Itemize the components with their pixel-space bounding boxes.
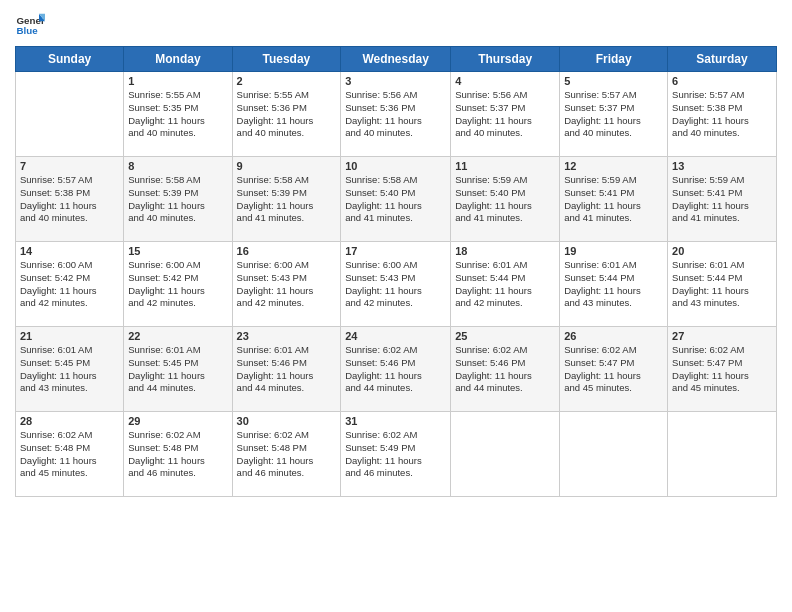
day-info: Sunrise: 6:02 AM Sunset: 5:46 PM Dayligh…	[455, 344, 555, 395]
calendar-cell: 23Sunrise: 6:01 AM Sunset: 5:46 PM Dayli…	[232, 327, 341, 412]
day-number: 4	[455, 75, 555, 87]
calendar-week-row: 1Sunrise: 5:55 AM Sunset: 5:35 PM Daylig…	[16, 72, 777, 157]
calendar-cell: 7Sunrise: 5:57 AM Sunset: 5:38 PM Daylig…	[16, 157, 124, 242]
calendar-cell: 16Sunrise: 6:00 AM Sunset: 5:43 PM Dayli…	[232, 242, 341, 327]
calendar-cell: 31Sunrise: 6:02 AM Sunset: 5:49 PM Dayli…	[341, 412, 451, 497]
svg-text:Blue: Blue	[17, 25, 39, 36]
calendar-cell: 27Sunrise: 6:02 AM Sunset: 5:47 PM Dayli…	[668, 327, 777, 412]
day-info: Sunrise: 5:56 AM Sunset: 5:36 PM Dayligh…	[345, 89, 446, 140]
day-number: 13	[672, 160, 772, 172]
day-number: 12	[564, 160, 663, 172]
calendar-cell: 17Sunrise: 6:00 AM Sunset: 5:43 PM Dayli…	[341, 242, 451, 327]
calendar-week-row: 7Sunrise: 5:57 AM Sunset: 5:38 PM Daylig…	[16, 157, 777, 242]
day-of-week-header: Friday	[560, 47, 668, 72]
day-number: 2	[237, 75, 337, 87]
day-info: Sunrise: 6:02 AM Sunset: 5:48 PM Dayligh…	[128, 429, 227, 480]
calendar-cell: 20Sunrise: 6:01 AM Sunset: 5:44 PM Dayli…	[668, 242, 777, 327]
day-info: Sunrise: 5:57 AM Sunset: 5:38 PM Dayligh…	[20, 174, 119, 225]
header: General Blue	[15, 10, 777, 40]
day-number: 5	[564, 75, 663, 87]
day-info: Sunrise: 5:58 AM Sunset: 5:40 PM Dayligh…	[345, 174, 446, 225]
day-of-week-header: Monday	[124, 47, 232, 72]
day-of-week-header: Tuesday	[232, 47, 341, 72]
day-number: 9	[237, 160, 337, 172]
day-info: Sunrise: 6:02 AM Sunset: 5:47 PM Dayligh…	[672, 344, 772, 395]
calendar-body: 1Sunrise: 5:55 AM Sunset: 5:35 PM Daylig…	[16, 72, 777, 497]
calendar-week-row: 28Sunrise: 6:02 AM Sunset: 5:48 PM Dayli…	[16, 412, 777, 497]
day-info: Sunrise: 5:58 AM Sunset: 5:39 PM Dayligh…	[237, 174, 337, 225]
day-number: 7	[20, 160, 119, 172]
day-number: 30	[237, 415, 337, 427]
day-number: 8	[128, 160, 227, 172]
calendar-table: SundayMondayTuesdayWednesdayThursdayFrid…	[15, 46, 777, 497]
day-number: 21	[20, 330, 119, 342]
calendar-cell: 13Sunrise: 5:59 AM Sunset: 5:41 PM Dayli…	[668, 157, 777, 242]
day-info: Sunrise: 5:58 AM Sunset: 5:39 PM Dayligh…	[128, 174, 227, 225]
calendar-cell	[560, 412, 668, 497]
day-info: Sunrise: 6:01 AM Sunset: 5:45 PM Dayligh…	[20, 344, 119, 395]
calendar-header-row: SundayMondayTuesdayWednesdayThursdayFrid…	[16, 47, 777, 72]
calendar-week-row: 21Sunrise: 6:01 AM Sunset: 5:45 PM Dayli…	[16, 327, 777, 412]
day-info: Sunrise: 6:02 AM Sunset: 5:48 PM Dayligh…	[237, 429, 337, 480]
calendar-cell	[16, 72, 124, 157]
day-number: 1	[128, 75, 227, 87]
day-of-week-header: Thursday	[451, 47, 560, 72]
day-info: Sunrise: 6:01 AM Sunset: 5:44 PM Dayligh…	[672, 259, 772, 310]
calendar-cell: 24Sunrise: 6:02 AM Sunset: 5:46 PM Dayli…	[341, 327, 451, 412]
calendar-cell: 18Sunrise: 6:01 AM Sunset: 5:44 PM Dayli…	[451, 242, 560, 327]
day-info: Sunrise: 6:01 AM Sunset: 5:44 PM Dayligh…	[564, 259, 663, 310]
day-number: 18	[455, 245, 555, 257]
calendar-cell: 28Sunrise: 6:02 AM Sunset: 5:48 PM Dayli…	[16, 412, 124, 497]
calendar-cell: 22Sunrise: 6:01 AM Sunset: 5:45 PM Dayli…	[124, 327, 232, 412]
day-number: 23	[237, 330, 337, 342]
calendar-week-row: 14Sunrise: 6:00 AM Sunset: 5:42 PM Dayli…	[16, 242, 777, 327]
day-info: Sunrise: 5:56 AM Sunset: 5:37 PM Dayligh…	[455, 89, 555, 140]
day-info: Sunrise: 6:01 AM Sunset: 5:46 PM Dayligh…	[237, 344, 337, 395]
calendar-cell: 29Sunrise: 6:02 AM Sunset: 5:48 PM Dayli…	[124, 412, 232, 497]
calendar-cell: 21Sunrise: 6:01 AM Sunset: 5:45 PM Dayli…	[16, 327, 124, 412]
day-info: Sunrise: 5:57 AM Sunset: 5:37 PM Dayligh…	[564, 89, 663, 140]
calendar-cell: 5Sunrise: 5:57 AM Sunset: 5:37 PM Daylig…	[560, 72, 668, 157]
calendar-cell: 10Sunrise: 5:58 AM Sunset: 5:40 PM Dayli…	[341, 157, 451, 242]
day-number: 3	[345, 75, 446, 87]
day-info: Sunrise: 5:59 AM Sunset: 5:41 PM Dayligh…	[672, 174, 772, 225]
day-number: 6	[672, 75, 772, 87]
day-info: Sunrise: 6:00 AM Sunset: 5:42 PM Dayligh…	[20, 259, 119, 310]
day-number: 25	[455, 330, 555, 342]
calendar-cell: 1Sunrise: 5:55 AM Sunset: 5:35 PM Daylig…	[124, 72, 232, 157]
calendar-cell: 12Sunrise: 5:59 AM Sunset: 5:41 PM Dayli…	[560, 157, 668, 242]
day-of-week-header: Saturday	[668, 47, 777, 72]
calendar-cell: 25Sunrise: 6:02 AM Sunset: 5:46 PM Dayli…	[451, 327, 560, 412]
day-number: 15	[128, 245, 227, 257]
day-info: Sunrise: 6:00 AM Sunset: 5:43 PM Dayligh…	[345, 259, 446, 310]
calendar-cell: 30Sunrise: 6:02 AM Sunset: 5:48 PM Dayli…	[232, 412, 341, 497]
day-info: Sunrise: 5:59 AM Sunset: 5:40 PM Dayligh…	[455, 174, 555, 225]
day-info: Sunrise: 6:02 AM Sunset: 5:46 PM Dayligh…	[345, 344, 446, 395]
day-info: Sunrise: 6:01 AM Sunset: 5:45 PM Dayligh…	[128, 344, 227, 395]
day-number: 19	[564, 245, 663, 257]
day-number: 20	[672, 245, 772, 257]
calendar-cell: 3Sunrise: 5:56 AM Sunset: 5:36 PM Daylig…	[341, 72, 451, 157]
day-number: 27	[672, 330, 772, 342]
calendar-cell	[668, 412, 777, 497]
day-number: 26	[564, 330, 663, 342]
calendar-cell: 11Sunrise: 5:59 AM Sunset: 5:40 PM Dayli…	[451, 157, 560, 242]
day-number: 10	[345, 160, 446, 172]
day-of-week-header: Sunday	[16, 47, 124, 72]
day-number: 31	[345, 415, 446, 427]
day-number: 28	[20, 415, 119, 427]
calendar-cell: 14Sunrise: 6:00 AM Sunset: 5:42 PM Dayli…	[16, 242, 124, 327]
calendar-cell: 26Sunrise: 6:02 AM Sunset: 5:47 PM Dayli…	[560, 327, 668, 412]
calendar-cell: 8Sunrise: 5:58 AM Sunset: 5:39 PM Daylig…	[124, 157, 232, 242]
day-number: 24	[345, 330, 446, 342]
calendar-cell: 2Sunrise: 5:55 AM Sunset: 5:36 PM Daylig…	[232, 72, 341, 157]
calendar-cell: 15Sunrise: 6:00 AM Sunset: 5:42 PM Dayli…	[124, 242, 232, 327]
day-number: 29	[128, 415, 227, 427]
logo: General Blue	[15, 10, 45, 40]
day-info: Sunrise: 5:59 AM Sunset: 5:41 PM Dayligh…	[564, 174, 663, 225]
day-number: 22	[128, 330, 227, 342]
day-info: Sunrise: 6:00 AM Sunset: 5:42 PM Dayligh…	[128, 259, 227, 310]
calendar-cell: 9Sunrise: 5:58 AM Sunset: 5:39 PM Daylig…	[232, 157, 341, 242]
logo-icon: General Blue	[15, 10, 45, 40]
day-info: Sunrise: 5:57 AM Sunset: 5:38 PM Dayligh…	[672, 89, 772, 140]
